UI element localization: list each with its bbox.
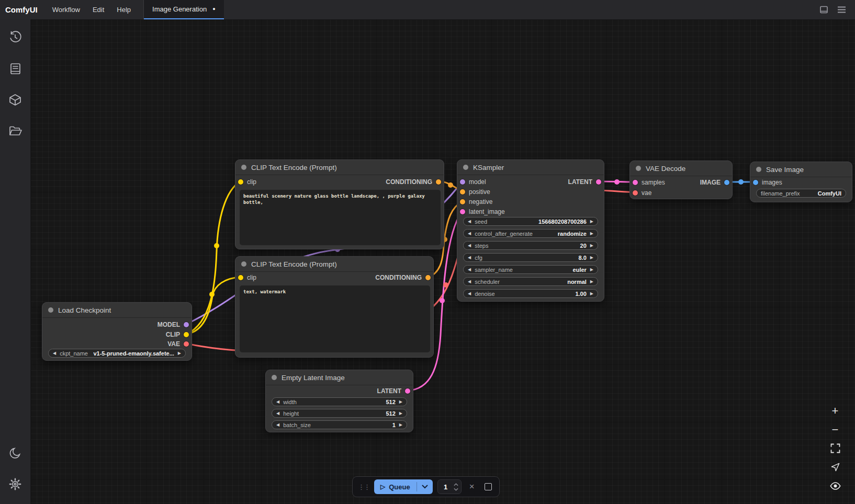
increment-arrow-icon[interactable]: ▶	[590, 292, 593, 296]
settings-gear-icon[interactable]	[4, 473, 27, 496]
queue-options-dropdown[interactable]	[417, 485, 433, 489]
clear-queue-icon[interactable]: ×	[466, 481, 478, 492]
menu-workflow[interactable]: Workflow	[46, 0, 86, 19]
collapse-dot[interactable]	[241, 165, 246, 170]
toggle-link-visibility-eye-icon[interactable]	[828, 479, 842, 493]
input-socket-clip[interactable]	[238, 275, 243, 280]
node-library-icon[interactable]	[4, 88, 27, 111]
input-socket-samples[interactable]	[633, 180, 638, 185]
increment-arrow-icon[interactable]: ▶	[590, 220, 593, 224]
history-icon[interactable]	[4, 26, 27, 49]
node-empty-latent-image[interactable]: Empty Latent Image LATENT ◀ width 512 ▶ …	[265, 370, 413, 432]
output-socket-latent[interactable]	[596, 179, 601, 185]
output-image: IMAGE	[700, 178, 729, 187]
node-load-checkpoint[interactable]: Load Checkpoint MODEL CLIP VAE ◀ ckpt_na…	[42, 302, 192, 361]
collapse-dot[interactable]	[463, 165, 468, 170]
workflows-folder-icon[interactable]	[4, 120, 27, 143]
bottom-panel-icon[interactable]	[818, 5, 829, 15]
batch-count-input[interactable]: 1	[437, 479, 462, 494]
menu-help[interactable]: Help	[110, 0, 137, 19]
increment-arrow-icon[interactable]: ▶	[590, 256, 593, 260]
widget-width[interactable]: ◀ width 512 ▶	[272, 397, 407, 406]
increment-arrow-icon[interactable]: ▶	[590, 268, 593, 272]
menu-hamburger-icon[interactable]	[836, 5, 847, 15]
increment-arrow-icon[interactable]: ▶	[590, 244, 593, 248]
increment-arrow-icon[interactable]: ▶	[590, 280, 593, 284]
prompt-textarea[interactable]: beautiful scenery nature glass bottle la…	[240, 190, 441, 245]
tab-image-generation[interactable]: Image Generation ●	[144, 0, 224, 19]
canvas-controls: + −	[828, 404, 842, 493]
input-socket-images[interactable]	[753, 180, 758, 185]
decrement-arrow-icon[interactable]: ◀	[468, 244, 471, 248]
count-up-icon[interactable]	[454, 483, 458, 486]
increment-arrow-icon[interactable]: ▶	[590, 232, 593, 236]
collapse-dot[interactable]	[241, 261, 246, 267]
count-down-icon[interactable]	[454, 488, 458, 491]
menu-edit[interactable]: Edit	[86, 0, 110, 19]
increment-arrow-icon[interactable]: ▶	[399, 411, 402, 416]
widget-seed[interactable]: ◀ seed 156680208700286 ▶	[463, 217, 598, 226]
node-ksampler[interactable]: KSampler model LATENT positive negative …	[457, 159, 604, 302]
decrement-arrow-icon[interactable]: ◀	[53, 351, 56, 356]
decrement-arrow-icon[interactable]: ◀	[276, 411, 279, 416]
decrement-arrow-icon[interactable]: ◀	[468, 220, 471, 224]
theme-moon-icon[interactable]	[4, 441, 27, 464]
collapse-dot[interactable]	[636, 166, 641, 171]
output-socket-conditioning[interactable]	[436, 179, 441, 185]
input-socket-positive[interactable]	[460, 189, 465, 194]
node-vae-decode[interactable]: VAE Decode samples IMAGE vae	[629, 161, 733, 199]
collapse-dot[interactable]	[272, 375, 277, 380]
output-socket-model[interactable]	[184, 322, 189, 327]
prompt-textarea[interactable]: text, watermark	[240, 285, 430, 352]
widget-height[interactable]: ◀ height 512 ▶	[272, 409, 407, 418]
node-clip-text-encode-positive[interactable]: CLIP Text Encode (Prompt) clip CONDITION…	[235, 159, 444, 249]
output-socket-latent[interactable]	[405, 388, 410, 394]
increment-arrow-icon[interactable]: ▶	[399, 400, 402, 404]
decrement-arrow-icon[interactable]: ◀	[468, 280, 471, 284]
widget-control-after-generate[interactable]: ◀ control_after_generate randomize ▶	[463, 229, 598, 238]
fit-view-icon[interactable]	[828, 441, 842, 455]
decrement-arrow-icon[interactable]: ◀	[468, 292, 471, 296]
queue-log-icon[interactable]	[4, 57, 27, 80]
queue-button[interactable]: ▷ Queue	[374, 483, 417, 491]
node-clip-text-encode-negative[interactable]: CLIP Text Encode (Prompt) clip CONDITION…	[235, 256, 434, 358]
input-socket-model[interactable]	[460, 179, 465, 185]
input-socket-clip[interactable]	[238, 179, 243, 185]
node-save-image[interactable]: Save Image images filename_prefix ComfyU…	[750, 162, 852, 202]
stop-icon[interactable]	[482, 481, 494, 492]
widget-filename-prefix[interactable]: filename_prefix ComfyUI	[756, 189, 846, 198]
widget-scheduler[interactable]: ◀ scheduler normal ▶	[463, 277, 598, 286]
play-icon: ▷	[380, 483, 385, 490]
widget-batch-size[interactable]: ◀ batch_size 1 ▶	[272, 420, 407, 429]
node-canvas[interactable]	[31, 19, 855, 504]
decrement-arrow-icon[interactable]: ◀	[276, 423, 279, 427]
widget-sampler-name[interactable]: ◀ sampler_name euler ▶	[463, 265, 598, 274]
drag-handle-icon[interactable]: ⋮⋮	[358, 483, 369, 491]
output-socket-vae[interactable]	[184, 341, 189, 347]
input-samples: samples	[633, 178, 665, 187]
decrement-arrow-icon[interactable]: ◀	[276, 400, 279, 404]
node-title: VAE Decode	[646, 165, 685, 173]
input-negative: negative	[460, 197, 492, 207]
output-socket-image[interactable]	[724, 180, 729, 185]
input-socket-negative[interactable]	[460, 199, 465, 204]
input-socket-vae[interactable]	[633, 190, 638, 196]
decrement-arrow-icon[interactable]: ◀	[468, 232, 471, 236]
input-socket-latent-image[interactable]	[460, 209, 465, 214]
zoom-out-button[interactable]: −	[828, 422, 842, 437]
increment-arrow-icon[interactable]: ▶	[178, 351, 181, 356]
output-latent: LATENT	[568, 177, 601, 187]
select-mode-cursor-icon[interactable]	[828, 460, 842, 474]
output-socket-clip[interactable]	[184, 332, 189, 337]
widget-denoise[interactable]: ◀ denoise 1.00 ▶	[463, 289, 598, 298]
collapse-dot[interactable]	[756, 167, 761, 172]
zoom-in-button[interactable]: +	[828, 404, 842, 418]
widget-steps[interactable]: ◀ steps 20 ▶	[463, 241, 598, 250]
widget-ckpt-name[interactable]: ◀ ckpt_name v1-5-pruned-emaonly.safete..…	[48, 349, 186, 358]
collapse-dot[interactable]	[48, 307, 53, 313]
output-socket-conditioning[interactable]	[425, 275, 431, 280]
widget-cfg[interactable]: ◀ cfg 8.0 ▶	[463, 253, 598, 262]
decrement-arrow-icon[interactable]: ◀	[468, 268, 471, 272]
decrement-arrow-icon[interactable]: ◀	[468, 256, 471, 260]
increment-arrow-icon[interactable]: ▶	[399, 423, 402, 427]
